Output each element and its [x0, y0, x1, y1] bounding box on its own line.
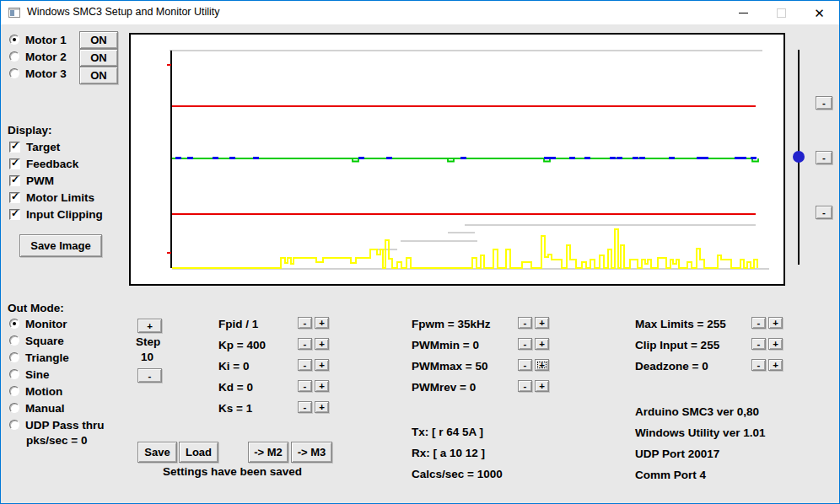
motor-limits-checkbox-box [9, 192, 20, 203]
display-pwm-checkbox[interactable]: PWM [9, 174, 54, 187]
step-value: 10 [141, 351, 153, 363]
max-limits-minus-button[interactable]: - [751, 317, 766, 329]
pwmmax-minus-button[interactable]: - [518, 359, 532, 371]
kd-plus-button[interactable]: + [315, 380, 329, 392]
fpwm-row: Fpwm = 35kHz-+ [412, 317, 550, 338]
settings-status-text: Settings have been saved [163, 465, 302, 478]
kp-value-label: Kp = 400 [218, 339, 266, 351]
ks-row: Ks = 1-+ [218, 401, 333, 422]
deadzone-minus-button[interactable]: - [751, 359, 766, 371]
scope-adjust-3-button[interactable]: - [816, 206, 832, 219]
pwmmax-plus-button[interactable]: + [535, 359, 549, 371]
triangle-radio-dot [9, 352, 19, 362]
scope-chart [129, 33, 785, 286]
outmode-sine-radio[interactable]: Sine [9, 367, 50, 381]
pwmmin-minus-button[interactable]: - [518, 338, 532, 350]
ki-value-label: Ki = 0 [218, 360, 249, 373]
save-image-button[interactable]: Save Image [19, 234, 102, 257]
max-limits-plus-button[interactable]: + [768, 317, 783, 329]
fpid-1-value-label: Fpid / 1 [218, 318, 258, 330]
kd-row: Kd = 0-+ [218, 380, 333, 401]
copy-to-m2-button[interactable]: -> M2 [248, 442, 288, 463]
manual-radio-dot [9, 403, 19, 413]
fpid-1-minus-button[interactable]: - [298, 317, 312, 329]
pwm-label: PWM [26, 174, 54, 187]
close-button[interactable]: ✕ [800, 1, 838, 24]
ks-plus-button[interactable]: + [315, 401, 329, 413]
ki-row: Ki = 0-+ [218, 359, 333, 380]
motor-1-radio[interactable]: Motor 1 [9, 33, 67, 46]
clip-input-minus-button[interactable]: - [751, 338, 766, 350]
window-title: Windows SMC3 Setup and Monitor Utility [27, 6, 220, 18]
monitor-label: Monitor [25, 318, 67, 330]
sine-label: Sine [25, 368, 50, 381]
title-bar[interactable]: Windows SMC3 Setup and Monitor Utility ✕ [1, 1, 839, 24]
pwm-settings-group: Fpwm = 35kHz-+PWMmin = 0-+PWMmax = 50-+P… [412, 317, 550, 401]
calcs-per-sec: Calcs/sec = 1000 [412, 468, 503, 489]
pwmmin-plus-button[interactable]: + [535, 338, 549, 350]
motor-1-label: Motor 1 [25, 34, 67, 46]
pwm-checkbox-box [9, 175, 20, 186]
outmode-triangle-radio[interactable]: Triangle [9, 351, 69, 364]
outmode-motion-radio[interactable]: Motion [9, 384, 62, 398]
input-clipping-label: Input Clipping [26, 208, 103, 221]
fpwm-minus-button[interactable]: - [518, 317, 532, 329]
feedback-label: Feedback [26, 158, 78, 170]
scope-slider-handle[interactable] [793, 151, 805, 163]
deadzone-plus-button[interactable]: + [768, 359, 783, 371]
motor-2-on-button[interactable]: ON [79, 49, 118, 67]
pwmrev-minus-button[interactable]: - [518, 380, 532, 392]
clip-input-plus-button[interactable]: + [768, 338, 783, 350]
max-limits-value-label: Max Limits = 255 [635, 318, 726, 330]
outmode-udp-pass-thru-radio[interactable]: UDP Pass thru [9, 418, 105, 432]
display-input-clipping-checkbox[interactable]: Input Clipping [9, 207, 103, 221]
pwmrev-plus-button[interactable]: + [535, 380, 549, 392]
clip-input-row: Clip Input = 255-+ [635, 338, 783, 359]
motion-radio-dot [9, 386, 19, 396]
motor-3-on-button[interactable]: ON [79, 67, 118, 84]
kp-minus-button[interactable]: - [298, 338, 312, 350]
target-label: Target [26, 141, 60, 153]
kd-minus-button[interactable]: - [298, 380, 312, 392]
motor-1-on-button[interactable]: ON [79, 31, 118, 49]
arduino-smc3-text: Arduino SMC3 ver 0,80 [635, 405, 765, 426]
manual-label: Manual [25, 402, 65, 415]
ks-minus-button[interactable]: - [298, 401, 312, 413]
outmode-monitor-radio[interactable]: Monitor [9, 317, 67, 330]
udp-port-text: UDP Port 20017 [635, 448, 765, 469]
display-target-checkbox[interactable]: Target [9, 140, 60, 153]
pwmrev-row: PWMrev = 0-+ [412, 380, 550, 401]
kp-plus-button[interactable]: + [315, 338, 329, 350]
motor-3-radio[interactable]: Motor 3 [9, 67, 67, 80]
fpwm-value-label: Fpwm = 35kHz [412, 318, 490, 330]
tx-status: Tx: [ r 64 5A ] [412, 426, 503, 447]
save-settings-button[interactable]: Save [137, 442, 177, 463]
outmode-manual-radio[interactable]: Manual [9, 401, 65, 415]
display-motor-limits-checkbox[interactable]: Motor Limits [9, 190, 94, 204]
outmode-square-radio[interactable]: Square [9, 334, 64, 347]
target-checkbox-box [9, 142, 20, 153]
ki-plus-button[interactable]: + [315, 359, 329, 371]
minimize-button[interactable] [724, 1, 762, 24]
display-feedback-checkbox[interactable]: Feedback [9, 157, 78, 170]
ki-minus-button[interactable]: - [298, 359, 312, 371]
motor-2-radio[interactable]: Motor 2 [9, 50, 67, 63]
limit-settings-group: Max Limits = 255-+Clip Input = 255-+Dead… [635, 317, 783, 380]
square-radio-dot [9, 335, 19, 346]
step-plus-button[interactable]: + [137, 319, 162, 333]
step-minus-button[interactable]: - [137, 368, 162, 383]
udp-pass-thru-label: UDP Pass thru [25, 419, 105, 432]
triangle-label: Triangle [25, 351, 69, 364]
fpwm-plus-button[interactable]: + [535, 317, 549, 329]
copy-to-m3-button[interactable]: -> M3 [291, 442, 332, 463]
square-label: Square [25, 335, 64, 347]
maximize-button[interactable] [762, 1, 800, 24]
load-settings-button[interactable]: Load [179, 442, 218, 463]
pwmmin-row: PWMmin = 0-+ [412, 338, 550, 359]
scope-adjust-2-button[interactable]: - [816, 151, 832, 164]
scope-adjust-1-button[interactable]: - [816, 96, 832, 110]
app-icon [8, 8, 20, 18]
deadzone-row: Deadzone = 0-+ [635, 359, 783, 380]
motor-2-radio-dot [9, 51, 19, 62]
fpid-1-plus-button[interactable]: + [315, 317, 329, 329]
